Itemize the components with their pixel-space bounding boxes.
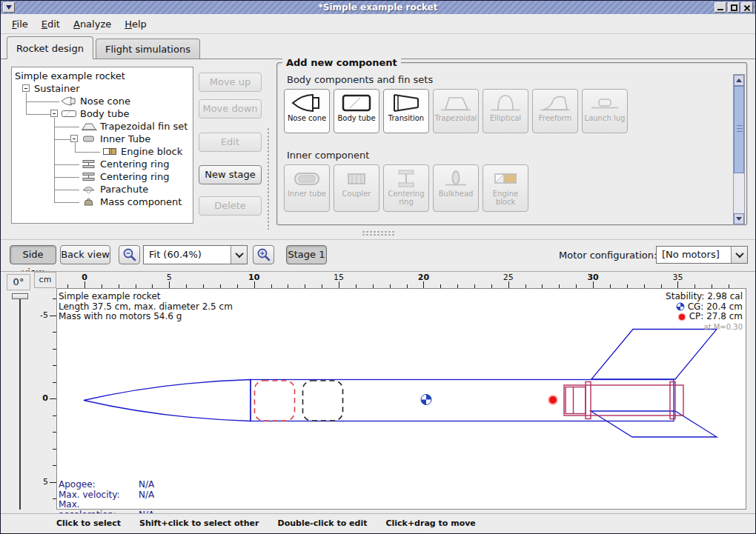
tree-collapse-toggle[interactable] — [70, 135, 78, 142]
engine-block-icon — [483, 168, 528, 189]
component-button-bulkhead[interactable]: Bulkhead — [433, 164, 479, 212]
flight-stat-value: N/A — [139, 479, 154, 490]
tab-flight-simulations[interactable]: Flight simulations — [96, 39, 200, 59]
maximize-icon[interactable] — [728, 2, 740, 13]
action-button-move-up[interactable]: Move up — [199, 73, 262, 92]
back-view-button[interactable]: Back view — [60, 245, 110, 264]
menu-item-analyze[interactable]: Analyze — [67, 16, 118, 33]
tree-item-label: Trapezoidal fin set — [100, 120, 188, 133]
component-button-centering-ring[interactable]: Centering ring — [383, 164, 429, 212]
zoom-in-button[interactable] — [253, 245, 274, 264]
nose-cone-outline[interactable] — [84, 380, 251, 421]
add-component-group: Add new component Body components and fi… — [276, 62, 748, 226]
action-button-edit[interactable]: Edit — [199, 133, 262, 152]
tree-item-label: Centering ring — [100, 158, 169, 170]
minimize-icon[interactable] — [714, 2, 726, 13]
ruler-label: 20 — [414, 273, 433, 282]
component-button-freeform[interactable]: Freeform — [532, 89, 578, 133]
menu-item-edit[interactable]: Edit — [35, 16, 67, 33]
action-button-delete[interactable]: Delete — [199, 196, 262, 216]
cp-legend-icon — [677, 313, 686, 321]
ruler-label: 5 — [43, 477, 48, 487]
component-button-body-tube[interactable]: Body tube — [334, 89, 379, 133]
titlebar: *Simple example rocket — [1, 1, 755, 14]
tree-row-trapezoidal-fin-set[interactable]: Trapezoidal fin set — [12, 120, 193, 133]
menubar: FileEditAnalyzeHelp — [1, 14, 755, 34]
tree-collapse-toggle[interactable] — [50, 110, 58, 117]
fin-icon — [81, 121, 99, 133]
mass-component-outline[interactable] — [303, 381, 343, 421]
mass-component-icon — [81, 197, 99, 209]
stability-value: Stability: 2.98 cal — [666, 292, 743, 302]
tree-row-parachute[interactable]: Parachute — [12, 183, 193, 196]
tree-connector — [26, 93, 27, 114]
tree-connector — [26, 114, 50, 115]
window-title: *Simple example rocket — [1, 1, 755, 14]
component-button-label: Nose cone — [285, 113, 329, 124]
fin-top[interactable] — [591, 330, 717, 380]
component-tree[interactable]: Simple example rocketSustainerNose coneB… — [11, 67, 193, 224]
rotation-slider[interactable] — [19, 296, 21, 510]
side-view-button[interactable]: Side view — [10, 245, 56, 264]
tree-connector — [54, 139, 71, 140]
tree-row-inner-tube[interactable]: Inner Tube — [12, 133, 193, 145]
centering-ring-rear[interactable] — [670, 382, 675, 419]
zoom-level-select[interactable]: Fit (60.4%) — [143, 245, 248, 264]
close-icon[interactable] — [741, 2, 753, 13]
component-scrollbar[interactable] — [733, 74, 745, 225]
scrollbar-thumb[interactable] — [734, 86, 744, 173]
tree-row-engine-block[interactable]: Engine block — [12, 145, 193, 158]
action-button-move-down[interactable]: Move down — [199, 99, 262, 119]
stage-1-toggle[interactable]: Stage 1 — [286, 245, 327, 264]
chevron-down-icon[interactable] — [231, 246, 247, 264]
component-button-elliptical[interactable]: Elliptical — [483, 89, 528, 133]
component-button-label: Transition — [384, 113, 428, 124]
component-button-trapezoidal[interactable]: Trapezoidal — [433, 89, 479, 133]
status-hint: Double-click to edit — [278, 518, 368, 534]
action-button-new-stage[interactable]: New stage — [199, 165, 262, 184]
rotation-slider-handle[interactable] — [12, 293, 28, 299]
motor-configuration-label: Motor configuration: — [559, 250, 657, 261]
status-hint: Shift+click to select other — [139, 518, 259, 534]
fin-bottom[interactable] — [591, 411, 717, 437]
parachute-outline[interactable] — [255, 381, 295, 421]
fin-elliptical-icon — [483, 93, 528, 113]
component-button-coupler[interactable]: Coupler — [334, 164, 379, 212]
component-button-launch-lug[interactable]: Launch lug — [582, 89, 628, 133]
scroll-down-icon[interactable] — [734, 213, 744, 224]
centering-ring-front[interactable] — [586, 382, 591, 419]
tree-row-mass-component[interactable]: Mass component — [12, 196, 193, 208]
zoom-in-icon — [256, 247, 271, 262]
ruler-label: 0 — [42, 393, 48, 403]
motor-configuration-select[interactable]: [No motors] — [656, 246, 748, 264]
engine-block-outline[interactable] — [566, 387, 586, 414]
flight-stat-row: Apogee:N/A — [59, 480, 154, 490]
inner-tube-icon — [285, 168, 329, 189]
tree-row-sustainer[interactable]: Sustainer — [12, 82, 193, 95]
flight-stat-label: Apogee: — [59, 480, 139, 490]
window-controls — [714, 2, 753, 13]
body-tube-outline[interactable] — [251, 380, 674, 421]
statusbar: Click to selectShift+click to select oth… — [1, 513, 756, 534]
status-hint: Click+drag to move — [385, 518, 475, 534]
tree-connector — [54, 190, 79, 190]
tab-rocket-design[interactable]: Rocket design — [7, 36, 93, 59]
tree-row-simple-example-rocket[interactable]: Simple example rocket — [12, 70, 193, 82]
stability-info: Stability: 2.98 cal CG: 20.4 cm CP: 27.8… — [666, 292, 743, 332]
zoom-out-button[interactable] — [119, 245, 140, 264]
scroll-up-icon[interactable] — [734, 75, 744, 86]
vertical-splitter-handle[interactable] — [267, 127, 271, 230]
tree-connector — [75, 143, 76, 152]
component-button-transition[interactable]: Transition — [383, 89, 429, 133]
inner-tube-icon — [81, 134, 99, 146]
component-button-inner-tube[interactable]: Inner tube — [284, 164, 330, 212]
menu-item-file[interactable]: File — [5, 16, 35, 33]
component-button-nose-cone[interactable]: Nose cone — [284, 89, 330, 133]
chevron-down-icon[interactable] — [731, 247, 747, 263]
horizontal-splitter-handle[interactable] — [362, 230, 396, 237]
tree-row-centering-ring[interactable]: Centering ring — [12, 158, 193, 170]
tree-row-centering-ring-2[interactable]: Centering ring — [12, 170, 193, 183]
component-button-engine-block[interactable]: Engine block — [483, 164, 528, 212]
menu-item-help[interactable]: Help — [118, 16, 153, 33]
tree-collapse-toggle[interactable] — [22, 84, 30, 92]
